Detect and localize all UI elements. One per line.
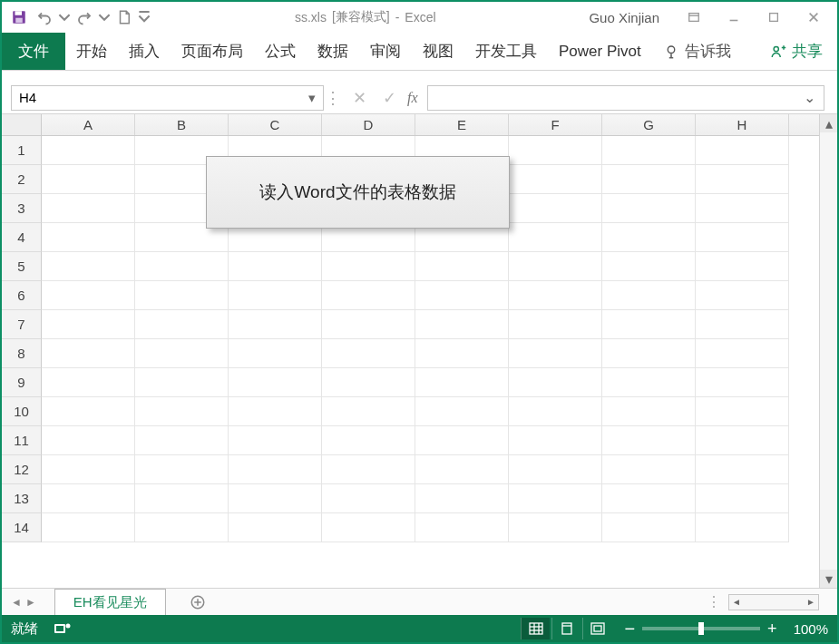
col-header[interactable]: B: [135, 114, 229, 135]
cell[interactable]: [696, 455, 789, 484]
new-file-button[interactable]: [112, 5, 136, 29]
cell[interactable]: [509, 484, 602, 513]
cell[interactable]: [42, 368, 135, 397]
cell[interactable]: [509, 397, 602, 426]
cell[interactable]: [322, 310, 415, 339]
cell[interactable]: [229, 455, 322, 484]
cell[interactable]: [696, 165, 789, 194]
formula-input[interactable]: ⌄: [427, 85, 824, 111]
row-header[interactable]: 12: [2, 455, 42, 484]
name-box[interactable]: H4 ▾: [11, 85, 324, 111]
hscroll-left-arrow[interactable]: ◄: [729, 597, 744, 607]
cell[interactable]: [42, 194, 135, 223]
cell[interactable]: [415, 484, 509, 513]
cell[interactable]: [509, 136, 602, 165]
cell[interactable]: [509, 368, 602, 397]
vertical-scrollbar[interactable]: ▴ ▾: [819, 114, 837, 588]
row-header[interactable]: 13: [2, 484, 42, 513]
cell[interactable]: [135, 281, 229, 310]
save-button[interactable]: [7, 5, 31, 29]
cell[interactable]: [42, 339, 135, 368]
cell[interactable]: [415, 397, 509, 426]
cell[interactable]: [696, 281, 789, 310]
cell[interactable]: [42, 281, 135, 310]
zoom-track[interactable]: [642, 627, 760, 630]
zoom-in-button[interactable]: +: [767, 620, 777, 639]
row-header[interactable]: 8: [2, 339, 42, 368]
sheet-prev-button[interactable]: ◄: [11, 596, 22, 609]
cell[interactable]: [229, 339, 322, 368]
row-header[interactable]: 6: [2, 281, 42, 310]
row-header[interactable]: 4: [2, 223, 42, 252]
col-header[interactable]: F: [509, 114, 602, 135]
scroll-track[interactable]: [820, 132, 837, 570]
cell[interactable]: [42, 484, 135, 513]
cell[interactable]: [135, 310, 229, 339]
cell[interactable]: [602, 455, 696, 484]
zoom-thumb[interactable]: [698, 622, 704, 635]
cell[interactable]: [509, 223, 602, 252]
cell[interactable]: [42, 397, 135, 426]
undo-button[interactable]: [33, 5, 56, 29]
cell[interactable]: [509, 252, 602, 281]
zoom-percent[interactable]: 100%: [785, 621, 828, 637]
cell[interactable]: [135, 426, 229, 455]
cell[interactable]: [602, 339, 696, 368]
cell[interactable]: [135, 339, 229, 368]
cell[interactable]: [42, 455, 135, 484]
cell[interactable]: [322, 339, 415, 368]
sheet-tab[interactable]: EH看见星光: [54, 589, 166, 616]
cell[interactable]: [696, 397, 789, 426]
scroll-up-arrow[interactable]: ▴: [820, 114, 837, 132]
qat-customize-dropdown[interactable]: [138, 5, 151, 29]
tab-formulas[interactable]: 公式: [254, 33, 307, 70]
cell[interactable]: [322, 397, 415, 426]
cell[interactable]: [322, 455, 415, 484]
cell[interactable]: [602, 165, 696, 194]
cell[interactable]: [42, 165, 135, 194]
row-header[interactable]: 9: [2, 368, 42, 397]
col-header[interactable]: H: [696, 114, 789, 135]
cell[interactable]: [135, 368, 229, 397]
cell[interactable]: [229, 513, 322, 542]
tab-view[interactable]: 视图: [412, 33, 464, 70]
cell[interactable]: [509, 339, 602, 368]
cell[interactable]: [696, 194, 789, 223]
cell[interactable]: [42, 513, 135, 542]
cell[interactable]: [135, 397, 229, 426]
cell[interactable]: [415, 339, 509, 368]
col-header[interactable]: D: [322, 114, 415, 135]
ribbon-options-button[interactable]: [676, 5, 712, 29]
cell[interactable]: [509, 194, 602, 223]
cell[interactable]: [135, 484, 229, 513]
cell[interactable]: [229, 252, 322, 281]
redo-dropdown[interactable]: [98, 5, 111, 29]
close-button[interactable]: [795, 5, 832, 29]
minimize-button[interactable]: [716, 5, 752, 29]
select-all-corner[interactable]: [2, 114, 42, 135]
cell[interactable]: [42, 310, 135, 339]
cell[interactable]: [602, 513, 696, 542]
sheet-next-button[interactable]: ►: [25, 596, 36, 609]
enter-formula-button[interactable]: ✓: [383, 88, 396, 108]
cell[interactable]: [696, 223, 789, 252]
row-header[interactable]: 14: [2, 513, 42, 542]
cell[interactable]: [415, 513, 509, 542]
cell[interactable]: [696, 426, 789, 455]
tab-review[interactable]: 审阅: [359, 33, 412, 70]
cell[interactable]: [415, 426, 509, 455]
cell[interactable]: [322, 368, 415, 397]
formula-expand-button[interactable]: ⌄: [800, 89, 818, 106]
cell[interactable]: [602, 194, 696, 223]
cell[interactable]: [602, 252, 696, 281]
cell[interactable]: [42, 252, 135, 281]
tell-me[interactable]: 告诉我: [652, 33, 742, 70]
view-page-break[interactable]: [582, 618, 611, 639]
cell[interactable]: [602, 426, 696, 455]
cell[interactable]: [696, 339, 789, 368]
formula-bar-grip[interactable]: ⋮: [324, 88, 342, 108]
cell[interactable]: [602, 223, 696, 252]
cell[interactable]: [602, 136, 696, 165]
tab-data[interactable]: 数据: [307, 33, 359, 70]
cell[interactable]: [602, 310, 696, 339]
